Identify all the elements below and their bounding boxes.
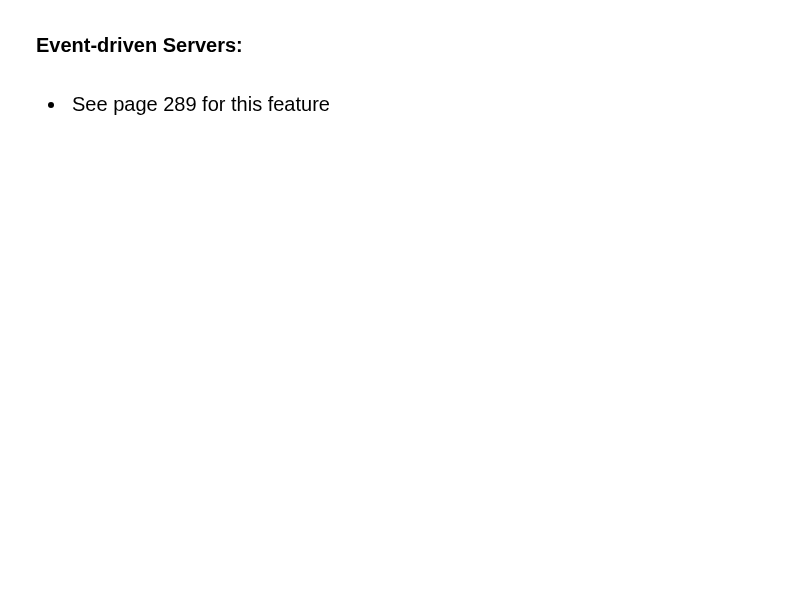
list-item-text: See page 289 for this feature: [72, 93, 330, 116]
list-item: See page 289 for this feature: [48, 93, 330, 116]
bullet-list: See page 289 for this feature: [48, 93, 330, 116]
section-heading: Event-driven Servers:: [36, 34, 243, 57]
bullet-icon: [48, 102, 54, 108]
